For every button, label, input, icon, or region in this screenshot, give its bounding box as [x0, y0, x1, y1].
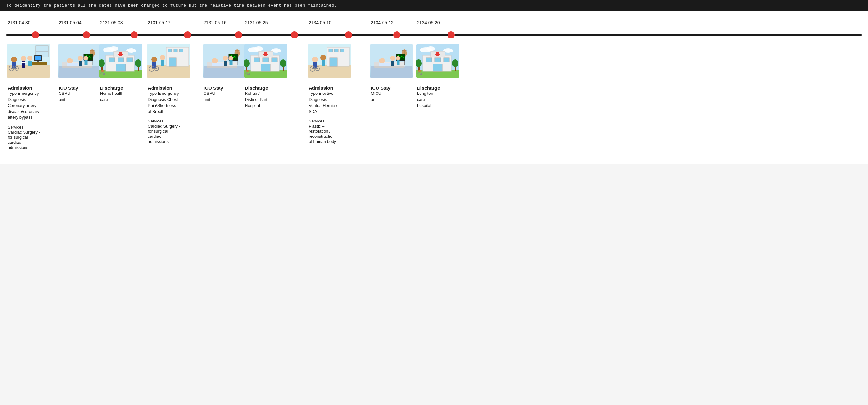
svg-rect-147 — [444, 58, 450, 62]
svg-rect-60 — [174, 49, 178, 52]
page-wrapper: To deidentify the patients all the dates… — [0, 0, 868, 164]
timeline-dot-7 — [393, 32, 400, 38]
svg-rect-112 — [330, 58, 337, 67]
event-type-4: ICU Stay — [204, 85, 241, 91]
svg-rect-45 — [109, 58, 115, 62]
svg-point-15 — [21, 56, 26, 61]
svg-point-132 — [390, 56, 395, 61]
svg-rect-114 — [322, 61, 325, 66]
svg-rect-145 — [426, 58, 432, 62]
svg-rect-110 — [335, 49, 338, 52]
svg-rect-83 — [224, 61, 227, 66]
svg-point-103 — [246, 70, 249, 72]
svg-point-82 — [223, 56, 228, 61]
event-line-8-0: Long term — [417, 91, 436, 96]
svg-rect-59 — [168, 49, 172, 52]
svg-rect-5 — [29, 62, 47, 65]
event-line-6-2: Ventral Hernia / — [309, 103, 337, 108]
svg-rect-135 — [397, 61, 400, 65]
svg-rect-62 — [169, 58, 177, 67]
image-5 — [244, 43, 307, 78]
svg-rect-98 — [261, 64, 271, 71]
image-2 — [99, 43, 147, 78]
services-line-0-3: admissions — [8, 145, 28, 150]
timeline-dot-8 — [447, 32, 455, 38]
svg-rect-64 — [161, 61, 164, 66]
event-line-3-0: Type Emergency — [148, 91, 179, 96]
info-event-2: Discharge Home health care — [99, 84, 147, 151]
svg-rect-47 — [127, 58, 132, 62]
svg-point-153 — [418, 70, 421, 72]
svg-rect-61 — [179, 49, 183, 52]
date-4: 2131-05-16 — [202, 18, 244, 28]
event-detail-6: Type Elective Diagnosis Ventral Hernia /… — [309, 91, 367, 114]
event-type-0: Admission — [8, 85, 55, 91]
event-type-5: Discharge — [245, 85, 305, 91]
event-line-6-0: Type Elective — [309, 91, 333, 96]
event-line-5-0: Rehab / — [245, 91, 259, 96]
svg-rect-129 — [379, 63, 390, 67]
svg-point-102 — [280, 60, 286, 67]
svg-point-84 — [229, 56, 233, 61]
date-0: 2131-04-30 — [6, 18, 57, 28]
event-line-4-0: CSRU - — [204, 91, 218, 96]
event-line-0-3: disease\coronary — [8, 109, 39, 114]
event-type-6: Admission — [309, 85, 367, 91]
image-6 — [307, 43, 370, 78]
date-6: 2134-05-10 — [307, 18, 370, 28]
svg-rect-35 — [85, 61, 88, 65]
image-3 — [147, 43, 202, 78]
svg-point-52 — [135, 60, 142, 67]
svg-point-38 — [109, 46, 118, 51]
event-line-4-1: unit — [204, 97, 210, 102]
info-event-3: Admission Type Emergency Diagnosis Chest… — [147, 84, 202, 151]
svg-rect-29 — [67, 63, 78, 67]
event-detail-7: MICU - unit — [371, 91, 413, 103]
event-line-7-0: MICU - — [371, 91, 384, 96]
services-line-6-2: reconstruction — [309, 134, 335, 139]
event-services-0: Services Cardiac Surgery - for surgical … — [8, 124, 55, 150]
event-line-5-1: Distinct Part — [245, 97, 267, 102]
svg-rect-121 — [371, 67, 412, 78]
timeline — [6, 30, 862, 40]
svg-rect-95 — [254, 58, 259, 62]
svg-point-113 — [320, 55, 326, 61]
image-1 — [57, 43, 99, 78]
event-line-2-0: Home health — [100, 91, 124, 96]
info-event-0: Admission Type Emergency Diagnosis Coron… — [6, 84, 57, 151]
image-4 — [202, 43, 244, 78]
event-line-8-2: hospital — [417, 103, 431, 108]
svg-rect-96 — [263, 58, 269, 62]
date-3: 2131-05-12 — [147, 18, 202, 28]
services-line-3-1: for surgical — [148, 129, 168, 134]
image-0 — [6, 43, 57, 78]
services-label-0: Services — [8, 125, 24, 130]
event-type-2: Discharge — [100, 85, 144, 91]
services-label-3: Services — [148, 119, 164, 124]
event-line-3-1b: Chest — [167, 97, 178, 102]
timeline-dot-6 — [345, 32, 352, 38]
event-type-3: Admission — [148, 85, 200, 91]
services-line-0-1: for surgical — [8, 135, 28, 140]
svg-rect-144 — [435, 54, 440, 55]
svg-rect-109 — [329, 49, 333, 52]
event-line-8-1: care — [417, 97, 425, 102]
svg-rect-48 — [116, 64, 125, 71]
event-services-3: Services Cardiac Surgery - for surgical … — [148, 119, 200, 144]
event-detail-4: CSRU - unit — [204, 91, 241, 103]
svg-point-63 — [160, 55, 165, 61]
event-line-6-3: SDA — [309, 109, 317, 114]
svg-rect-8 — [37, 61, 39, 62]
event-line-5-2: Hospital — [245, 103, 260, 108]
event-line-3-2: Pain\Shortness — [148, 103, 176, 108]
event-line-0-2: Coronary artery — [8, 103, 36, 108]
svg-point-32 — [78, 56, 83, 61]
event-line-0-4: artery bypass — [8, 115, 32, 120]
svg-rect-46 — [118, 58, 124, 62]
info-event-6: Admission Type Elective Diagnosis Ventra… — [307, 84, 370, 151]
timeline-dot-0 — [32, 32, 39, 38]
timeline-dot-3 — [184, 32, 191, 38]
svg-rect-19 — [28, 61, 32, 67]
event-line-0-1: Diagnosis — [8, 97, 26, 102]
info-event-4: ICU Stay CSRU - unit — [202, 84, 244, 151]
